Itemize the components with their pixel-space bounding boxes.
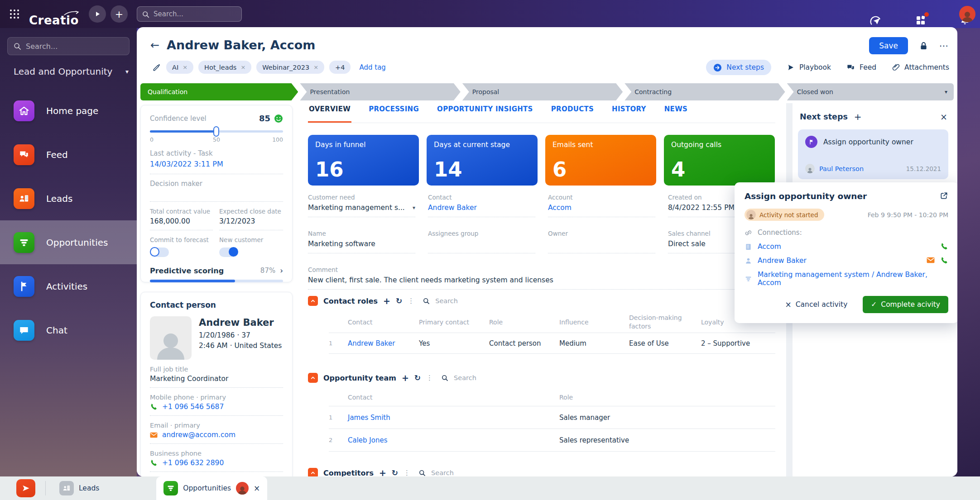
table-row[interactable]: 2 Caleb Jones Sales representative [329, 429, 775, 452]
tag-pill[interactable]: Hot_leads× [198, 61, 251, 74]
step-owner[interactable]: Paul Peterson [819, 165, 864, 172]
open-record-icon[interactable] [940, 191, 948, 200]
add-icon[interactable]: + [383, 296, 390, 306]
total-contract-value-field[interactable]: Total contract value 168,000.00 [150, 208, 216, 230]
feed-button[interactable]: Feed [846, 63, 876, 72]
tab-opportunity-insights[interactable]: OPPORTUNITY INSIGHTS [436, 103, 534, 123]
run-process-button[interactable] [89, 5, 106, 23]
stage-closed-won[interactable]: Closed won ▾ [787, 83, 954, 100]
marketplace-apps-icon[interactable] [913, 13, 928, 28]
sidebar-item-feed[interactable]: Feed [0, 133, 137, 176]
taskbar-app-icon[interactable] [16, 479, 35, 497]
tab-processing[interactable]: PROCESSING [368, 103, 420, 123]
sidebar-item-activities[interactable]: Activities [0, 264, 137, 308]
account-field[interactable]: Account Accom [548, 194, 655, 217]
stage-contracting[interactable]: Contracting [625, 83, 785, 100]
stage-qualification[interactable]: Qualification [140, 83, 298, 100]
slider-handle[interactable] [213, 126, 219, 137]
add-step-icon[interactable]: + [854, 111, 862, 122]
stage-presentation[interactable]: Presentation [300, 83, 460, 100]
search-icon[interactable] [441, 374, 448, 381]
add-icon[interactable]: + [402, 373, 409, 383]
collapse-chevron-icon[interactable] [308, 296, 318, 306]
chevron-down-icon[interactable]: ▾ [413, 205, 415, 211]
connection-account[interactable]: Accom [745, 243, 948, 251]
more-tags-pill[interactable]: +4 [329, 61, 351, 74]
search-icon[interactable] [418, 469, 426, 476]
sidebar-item-opportunities[interactable]: Opportunities [0, 220, 137, 264]
assignees-group-field[interactable]: Assignees group [428, 230, 535, 253]
email-icon[interactable] [927, 257, 935, 265]
copilot-icon[interactable] [868, 13, 883, 28]
tag-pill[interactable]: Webinar_2023× [256, 61, 324, 74]
search-icon[interactable] [423, 297, 430, 305]
connection-contact[interactable]: Andrew Baker [745, 257, 948, 265]
add-tag-button[interactable]: Add tag [359, 63, 385, 71]
section-search[interactable]: Search [431, 469, 454, 476]
sidebar-item-chat[interactable]: Chat [0, 308, 137, 352]
tab-overview[interactable]: OVERVIEW [308, 103, 351, 123]
close-tab-icon[interactable]: × [254, 484, 260, 493]
call-icon[interactable] [940, 257, 948, 265]
taskbar-tab-opportunities[interactable]: Opportunities × [156, 476, 267, 500]
global-search[interactable] [137, 6, 242, 22]
refresh-icon[interactable]: ↻ [414, 373, 421, 382]
tab-news[interactable]: NEWS [663, 103, 688, 123]
close-panel-icon[interactable]: × [940, 112, 947, 122]
table-row[interactable]: 1 James Smith Sales manager [329, 406, 775, 429]
lock-icon[interactable] [919, 41, 928, 51]
mobile-phone-field[interactable]: Mobile phone · primary +1 096 546 5687 [150, 394, 283, 416]
new-customer-toggle[interactable] [219, 248, 238, 257]
add-icon[interactable]: + [379, 468, 386, 476]
section-search[interactable]: Search [435, 297, 458, 305]
job-title-field[interactable]: Full job title Marketing Coordinator [150, 366, 283, 388]
next-steps-toggle[interactable]: Next steps [706, 60, 771, 75]
edit-tags-pencil-icon[interactable] [152, 63, 161, 72]
table-row[interactable]: 1 Andrew Baker Yes Contact person Medium… [329, 333, 775, 354]
sidebar-item-leads[interactable]: Leads [0, 176, 137, 220]
quick-add-button[interactable]: + [110, 5, 128, 23]
sidebar-item-home[interactable]: Home page [0, 89, 137, 133]
collapse-chevron-icon[interactable] [308, 468, 318, 476]
contact-field[interactable]: Contact Andrew Baker [428, 194, 535, 217]
customer-need-field[interactable]: Customer need Marketing management s...▾ [308, 194, 415, 217]
remove-tag-icon[interactable]: × [240, 64, 245, 71]
tag-pill[interactable]: AI× [166, 61, 193, 74]
more-menu-icon[interactable]: ⋮ [426, 374, 433, 382]
save-button[interactable]: Save [869, 37, 908, 54]
email-field[interactable]: Email · primary andrew@accom.com [150, 422, 283, 444]
user-avatar[interactable] [959, 6, 975, 22]
predictive-scoring-row[interactable]: Predictive scoring 87% › [150, 266, 283, 275]
remove-tag-icon[interactable]: × [313, 64, 318, 71]
sidebar-search[interactable] [7, 37, 130, 55]
section-search[interactable]: Search [454, 374, 476, 381]
comment-field[interactable]: Comment New client, first sale. The clie… [308, 266, 775, 290]
confidence-slider[interactable] [150, 130, 283, 133]
more-actions-icon[interactable]: ⋯ [939, 40, 949, 51]
complete-activity-button[interactable]: ✓ Complete acivity [863, 296, 948, 313]
stage-proposal[interactable]: Proposal [462, 83, 623, 100]
attachments-button[interactable]: Attachments [892, 63, 949, 71]
collapse-chevron-icon[interactable] [308, 373, 318, 383]
remove-tag-icon[interactable]: × [183, 64, 187, 71]
taskbar-tab-leads[interactable]: Leads [52, 476, 106, 500]
sidebar-search-input[interactable] [26, 42, 116, 51]
expected-close-date-field[interactable]: Expected close date 3/12/2023 [216, 208, 283, 230]
cancel-activity-button[interactable]: × Cancel activity [785, 300, 847, 309]
connection-opportunity[interactable]: Marketing management system / Andrew Bak… [745, 271, 948, 287]
app-launcher-icon[interactable] [9, 9, 20, 19]
last-activity-value[interactable]: 14/03/2022 3:11 PM [150, 160, 283, 174]
tab-products[interactable]: PRODUCTS [550, 103, 595, 123]
workspace-selector[interactable]: Lead and Opportunity ▾ [14, 66, 129, 77]
next-step-card[interactable]: Assign opportunity owner Paul Peterson 1… [798, 129, 948, 179]
call-icon[interactable] [940, 243, 948, 251]
commit-to-forecast-toggle[interactable] [150, 248, 169, 257]
refresh-icon[interactable]: ↻ [396, 296, 402, 305]
business-phone-field[interactable]: Business phone +1 096 632 2890 [150, 450, 283, 472]
more-menu-icon[interactable]: ⋮ [404, 469, 410, 476]
global-search-input[interactable] [154, 10, 231, 18]
back-arrow-icon[interactable]: ← [150, 39, 159, 52]
name-field[interactable]: Name Marketing software [308, 230, 415, 253]
tab-history[interactable]: HISTORY [611, 103, 647, 123]
decision-maker-value[interactable] [150, 188, 283, 201]
